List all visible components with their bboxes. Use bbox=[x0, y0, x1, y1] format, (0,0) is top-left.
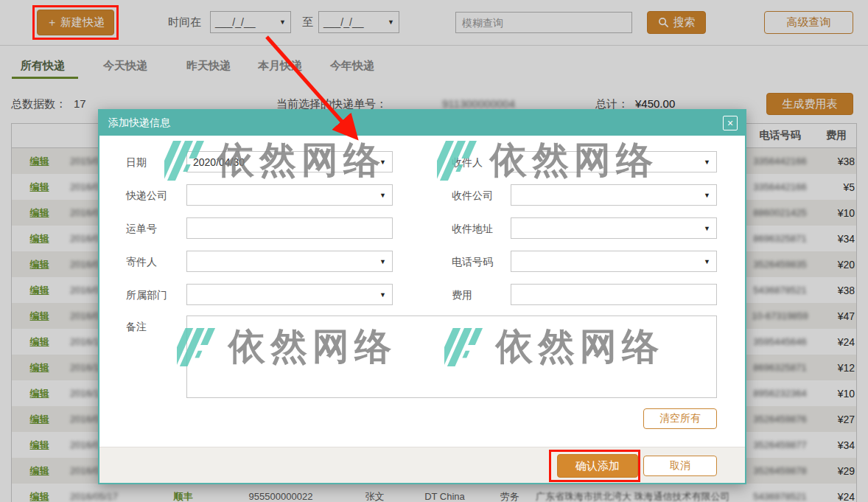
field-label-phone: 电话号码 bbox=[452, 256, 493, 269]
field-label-sender: 寄件人 bbox=[126, 256, 157, 269]
clear-all-button[interactable]: 清空所有 bbox=[643, 408, 717, 429]
field-label-recipient: 收件人 bbox=[452, 156, 483, 170]
chevron-down-icon: ▼ bbox=[379, 192, 386, 199]
field-label-recv-address: 收件地址 bbox=[452, 223, 493, 236]
chevron-down-icon: ▼ bbox=[379, 158, 386, 166]
chevron-down-icon: ▼ bbox=[379, 258, 386, 265]
date-select-value: 2020/04/30 bbox=[193, 156, 245, 168]
field-label-department: 所属部门 bbox=[126, 289, 167, 302]
add-express-dialog: 添加快递信息 × 日期 2020/04/30 ▼ 快递公司 ▼ 运单号 寄件人 … bbox=[98, 109, 746, 484]
chevron-down-icon: ▼ bbox=[704, 225, 710, 232]
close-icon[interactable]: × bbox=[723, 116, 738, 130]
remark-textarea[interactable] bbox=[186, 316, 717, 398]
field-label-courier: 快递公司 bbox=[126, 189, 167, 203]
dialog-titlebar: 添加快递信息 × bbox=[99, 111, 745, 136]
field-label-waybill: 运单号 bbox=[126, 223, 157, 236]
waybill-number-input[interactable] bbox=[186, 217, 393, 239]
field-label-recv-company: 收件公司 bbox=[452, 189, 493, 203]
department-select[interactable]: ▼ bbox=[186, 284, 393, 305]
cancel-button[interactable]: 取消 bbox=[643, 456, 717, 476]
field-label-date: 日期 bbox=[126, 156, 147, 170]
dialog-title: 添加快递信息 bbox=[108, 116, 170, 130]
field-label-remark: 备注 bbox=[126, 321, 147, 334]
chevron-down-icon: ▼ bbox=[379, 291, 386, 299]
chevron-down-icon: ▼ bbox=[704, 258, 710, 265]
fee-input[interactable] bbox=[511, 284, 717, 305]
recipient-select[interactable]: ▼ bbox=[511, 151, 717, 172]
chevron-down-icon: ▼ bbox=[704, 158, 710, 166]
recv-address-select[interactable]: ▼ bbox=[511, 217, 717, 239]
courier-company-select[interactable]: ▼ bbox=[186, 184, 393, 206]
chevron-down-icon: ▼ bbox=[704, 192, 710, 199]
dialog-footer: 确认添加 取消 bbox=[99, 447, 745, 483]
sender-select[interactable]: ▼ bbox=[186, 251, 393, 272]
phone-select[interactable]: ▼ bbox=[511, 251, 717, 272]
confirm-add-button[interactable]: 确认添加 bbox=[557, 454, 638, 478]
app-window: ＋ 新建快递 时间在 ___/_/__ ▼ 至 ___/_/__ ▼ 搜索 高级… bbox=[0, 0, 868, 502]
field-label-fee: 费用 bbox=[452, 289, 472, 302]
date-select[interactable]: 2020/04/30 ▼ bbox=[186, 151, 393, 172]
recv-company-select[interactable]: ▼ bbox=[511, 184, 717, 206]
